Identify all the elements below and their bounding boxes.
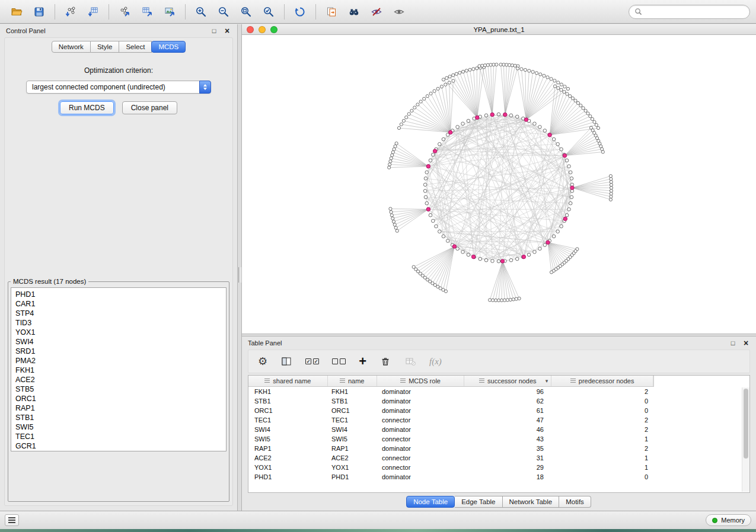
table-row[interactable]: YOX1YOX1connector291 xyxy=(248,463,749,472)
tab-edge-table[interactable]: Edge Table xyxy=(455,496,502,508)
deselect-all-button[interactable] xyxy=(332,358,346,364)
eye-slash-icon xyxy=(371,6,382,18)
table-cell: dominator xyxy=(377,396,465,406)
list-item[interactable]: ORC1 xyxy=(15,394,226,403)
list-item[interactable]: STP4 xyxy=(15,309,226,318)
close-table-panel-button[interactable]: × xyxy=(742,339,750,347)
table-scrollbar[interactable] xyxy=(742,387,749,492)
show-columns-button[interactable] xyxy=(280,355,292,367)
status-bar: Memory xyxy=(0,511,756,529)
list-item[interactable]: TEC1 xyxy=(15,432,226,441)
window-zoom-button[interactable] xyxy=(270,26,277,33)
toolbar-separator xyxy=(109,4,109,20)
select-all-button[interactable]: ✓ ✓ xyxy=(305,358,319,364)
table-row[interactable]: ACE2ACE2connector311 xyxy=(248,453,749,463)
zoom-in-button[interactable] xyxy=(190,3,212,21)
tab-network[interactable]: Network xyxy=(52,41,91,53)
export-image-button[interactable] xyxy=(159,3,180,21)
mcds-result-list[interactable]: PHD1CAR1STP4TID3YOX1SWI4SRD1PMA2FKH1ACE2… xyxy=(11,287,227,451)
list-item[interactable]: PMA2 xyxy=(15,356,226,366)
column-type-icon xyxy=(264,379,270,383)
duplicate-network-button[interactable] xyxy=(321,3,342,21)
table-row[interactable]: FKH1FKH1dominator962 xyxy=(248,387,749,396)
sort-dropdown-icon[interactable]: ▾ xyxy=(546,378,548,384)
network-canvas[interactable] xyxy=(242,35,756,334)
tab-mcds[interactable]: MCDS xyxy=(151,41,186,53)
delete-column-button[interactable] xyxy=(379,355,391,367)
panel-menu-button[interactable] xyxy=(5,514,19,526)
window-minimize-button[interactable] xyxy=(259,26,266,33)
list-item[interactable]: FKH1 xyxy=(15,366,226,375)
refresh-layout-button[interactable] xyxy=(289,3,311,21)
table-cell: 1 xyxy=(552,463,654,472)
show-elements-button[interactable] xyxy=(388,3,410,21)
scrollbar-thumb[interactable] xyxy=(744,389,748,459)
import-network-icon xyxy=(65,6,76,18)
table-cell: 43 xyxy=(465,434,552,444)
list-item[interactable]: STB5 xyxy=(15,384,226,394)
vertical-splitter[interactable] xyxy=(238,24,242,511)
list-item[interactable]: SRD1 xyxy=(15,347,226,356)
tab-motifs[interactable]: Motifs xyxy=(559,496,591,508)
column-header-predecessor-nodes[interactable]: predecessor nodes xyxy=(551,376,653,386)
add-column-button[interactable]: + xyxy=(359,355,366,367)
table-cell: ACE2 xyxy=(328,453,377,463)
table-row[interactable]: PHD1PHD1dominator180 xyxy=(248,472,749,482)
list-item[interactable]: SWI5 xyxy=(15,422,226,432)
list-item[interactable]: TID3 xyxy=(15,318,226,328)
control-panel-body: Network Style Select MCDS Optimization c… xyxy=(4,37,233,506)
hide-elements-button[interactable] xyxy=(366,3,387,21)
table-cell: SWI5 xyxy=(328,434,377,444)
list-item[interactable]: RAP1 xyxy=(15,403,226,413)
memory-button[interactable]: Memory xyxy=(706,514,751,526)
column-header-shared-name[interactable]: shared name xyxy=(248,376,328,386)
column-header-mcds-role[interactable]: MCDS role xyxy=(377,376,465,386)
import-table-button[interactable] xyxy=(82,3,104,21)
list-item[interactable]: YOX1 xyxy=(15,328,226,337)
network-graph[interactable] xyxy=(242,35,756,334)
memory-status-icon xyxy=(712,518,717,523)
table-settings-button[interactable]: ⚙ xyxy=(258,356,267,367)
float-table-panel-button[interactable]: □ xyxy=(729,339,737,347)
zoom-fit-button[interactable] xyxy=(235,3,257,21)
table-row[interactable]: SWI4SWI4dominator462 xyxy=(248,425,749,434)
tab-network-table[interactable]: Network Table xyxy=(503,496,560,508)
window-close-button[interactable] xyxy=(247,26,254,33)
toolbar-separator xyxy=(185,4,186,20)
list-item[interactable]: PHD1 xyxy=(15,290,226,299)
search-input[interactable] xyxy=(646,7,744,17)
export-table-button[interactable] xyxy=(136,3,158,21)
table-row[interactable]: STB1STB1dominator620 xyxy=(248,396,749,406)
save-session-button[interactable] xyxy=(28,3,50,21)
column-header-successor-nodes[interactable]: successor nodes ▾ xyxy=(464,376,551,386)
zoom-selected-button[interactable] xyxy=(258,3,279,21)
run-mcds-button[interactable]: Run MCDS xyxy=(60,101,114,114)
table-row[interactable]: ORC1ORC1dominator610 xyxy=(248,406,749,415)
list-item[interactable]: GCR1 xyxy=(15,441,226,451)
list-item[interactable]: STB1 xyxy=(15,413,226,422)
close-panel-action-button[interactable]: Close panel xyxy=(122,101,177,114)
list-item[interactable]: ACE2 xyxy=(15,375,226,384)
eye-icon xyxy=(393,6,405,18)
optimization-criterion-select[interactable]: largest connected component (undirected) xyxy=(26,81,211,94)
table-cell: SWI4 xyxy=(248,425,328,434)
tab-style[interactable]: Style xyxy=(91,41,120,53)
column-header-name[interactable]: name xyxy=(328,376,377,386)
optimization-criterion-label: Optimization criterion: xyxy=(84,66,153,75)
import-network-button[interactable] xyxy=(60,3,81,21)
export-network-button[interactable] xyxy=(114,3,135,21)
table-cell: dominator xyxy=(377,425,465,434)
list-item[interactable]: SWI4 xyxy=(15,337,226,347)
float-panel-button[interactable]: □ xyxy=(210,27,218,35)
table-panel-title: Table Panel xyxy=(248,339,724,347)
table-row[interactable]: RAP1RAP1dominator352 xyxy=(248,444,749,453)
tab-select[interactable]: Select xyxy=(119,41,152,53)
table-row[interactable]: SWI5SWI5connector431 xyxy=(248,434,749,444)
close-panel-button[interactable]: × xyxy=(223,27,231,35)
find-button[interactable] xyxy=(343,3,365,21)
list-item[interactable]: CAR1 xyxy=(15,299,226,309)
zoom-out-button[interactable] xyxy=(213,3,234,21)
table-row[interactable]: TEC1TEC1connector472 xyxy=(248,415,749,425)
open-session-button[interactable] xyxy=(6,3,27,21)
tab-node-table[interactable]: Node Table xyxy=(406,496,455,508)
